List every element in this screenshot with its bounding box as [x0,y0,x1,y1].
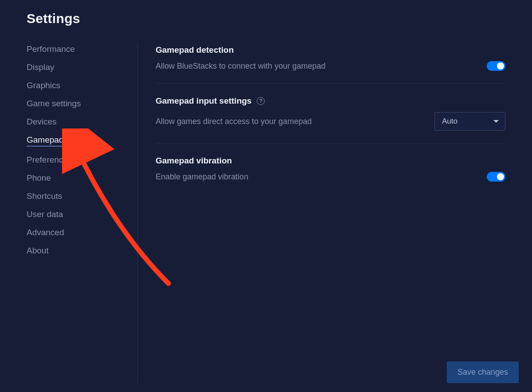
sidebar-item-performance[interactable]: Performance [27,44,75,54]
sidebar-item-devices[interactable]: Devices [27,117,57,127]
input-title-text: Gamepad input settings [156,96,251,106]
sidebar-item-game-settings[interactable]: Game settings [27,99,81,109]
sidebar-item-display[interactable]: Display [27,62,54,72]
detection-title-text: Gamepad detection [156,45,234,55]
sidebar-item-phone[interactable]: Phone [27,173,51,183]
section-title-detection: Gamepad detection [156,45,505,55]
sidebar-item-gamepad[interactable]: Gamepad [27,135,63,147]
help-icon[interactable]: ? [257,97,265,105]
detection-toggle[interactable] [487,61,505,71]
sidebar-item-about[interactable]: About [27,246,49,256]
sidebar-item-user-data[interactable]: User data [27,210,63,219]
section-gamepad-detection: Gamepad detection Allow BlueStacks to co… [156,45,505,84]
toggle-knob [497,173,504,180]
chevron-down-icon [493,120,499,123]
vibration-toggle[interactable] [487,172,505,182]
vibration-title-text: Gamepad vibration [156,156,232,166]
vibration-description: Enable gamepad vibration [156,172,248,182]
page-title: Settings [27,11,505,26]
section-gamepad-vibration: Gamepad vibration Enable gamepad vibrati… [156,156,505,194]
section-gamepad-input: Gamepad input settings ? Allow games dir… [156,96,505,144]
section-title-input: Gamepad input settings ? [156,96,505,106]
section-title-vibration: Gamepad vibration [156,156,505,166]
sidebar-item-advanced[interactable]: Advanced [27,228,64,237]
input-description: Allow games direct access to your gamepa… [156,117,312,126]
settings-content: Gamepad detection Allow BlueStacks to co… [156,42,505,383]
toggle-knob [497,62,504,70]
settings-sidebar: Performance Display Graphics Game settin… [27,42,137,383]
save-changes-button[interactable]: Save changes [447,361,519,383]
input-mode-select[interactable]: Auto [434,112,505,131]
input-mode-selected: Auto [442,117,458,126]
detection-description: Allow BlueStacks to connect with your ga… [156,62,325,71]
vertical-divider [137,42,138,383]
sidebar-item-graphics[interactable]: Graphics [27,81,60,90]
sidebar-item-shortcuts[interactable]: Shortcuts [27,191,62,201]
sidebar-item-preferences[interactable]: Preferences [27,155,72,165]
